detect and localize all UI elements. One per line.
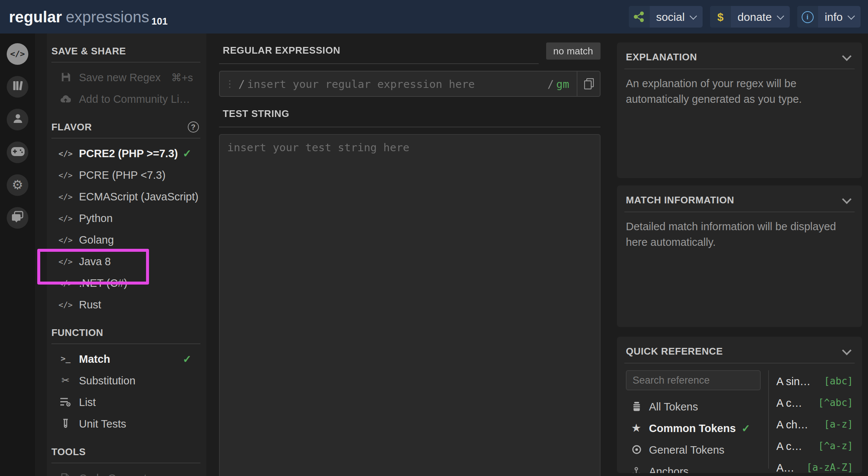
token-code: [a-z] xyxy=(824,419,853,430)
tools-title: TOOLS xyxy=(51,446,86,457)
donate-label: donate xyxy=(731,10,777,23)
brand-logo[interactable]: regular expressions 101 xyxy=(9,8,168,26)
donate-button[interactable]: $ donate xyxy=(710,6,790,28)
token-row[interactable]: A… [a-zA-Z] xyxy=(776,457,853,473)
tokens-icon xyxy=(630,402,642,411)
token-description: A sin… xyxy=(776,375,821,387)
flavor-item-pcre[interactable]: </> PCRE (PHP <7.3) xyxy=(51,164,200,185)
flavor-item-golang[interactable]: </> Golang xyxy=(51,229,200,250)
match-information-body: Detailed match information will be displ… xyxy=(626,219,853,250)
save-new-regex-item[interactable]: Save new Regex ⌘+s xyxy=(51,66,200,88)
flavor-item-dotnet[interactable]: </> .NET (C#) xyxy=(51,272,200,293)
flavor-label: ECMAScript (JavaScript) xyxy=(79,190,199,202)
top-nav: regular expressions 101 social $ donate xyxy=(0,0,868,34)
add-to-community-label: Add to Community Li… xyxy=(79,93,190,105)
divider xyxy=(624,212,855,212)
divider xyxy=(624,69,855,69)
explanation-body: An explanation of your regex will be aut… xyxy=(626,76,853,107)
test-string-input[interactable]: insert your test string here xyxy=(219,134,601,476)
regex-input[interactable]: ⋮ / insert your regular expression here … xyxy=(219,71,601,97)
flavor-label: Golang xyxy=(79,234,114,245)
code-icon: </> xyxy=(59,213,72,222)
flavor-item-python[interactable]: </> Python xyxy=(51,207,200,229)
anchor-icon xyxy=(630,467,642,473)
add-to-community-item[interactable]: Add to Community Li… xyxy=(51,88,200,110)
regex-placeholder: insert your regular expression here xyxy=(247,78,475,90)
match-information-header: MATCH INFORMATION xyxy=(626,193,853,212)
drag-handle-icon[interactable]: ⋮ xyxy=(220,78,236,89)
cloud-upload-icon xyxy=(59,95,72,103)
rail-library-button[interactable] xyxy=(7,76,28,98)
function-item-substitution[interactable]: ✂ Substitution xyxy=(51,369,200,391)
category-all-tokens[interactable]: All Tokens xyxy=(626,396,761,417)
reference-search-input[interactable] xyxy=(626,370,761,390)
flavor-label: .NET (C#) xyxy=(79,277,127,289)
rail-discord-button[interactable] xyxy=(7,142,28,163)
token-code: [^abc] xyxy=(818,397,853,408)
tools-item-code-generator[interactable]: Code Generator xyxy=(51,467,200,476)
circle-dot-icon xyxy=(630,445,642,454)
chevron-down-icon[interactable] xyxy=(842,194,851,203)
explanation-header: EXPLANATION xyxy=(626,50,853,69)
function-label: Unit Tests xyxy=(79,418,126,429)
function-item-list[interactable]: List xyxy=(51,391,200,413)
save-new-regex-label: Save new Regex xyxy=(79,71,161,83)
function-label: Substitution xyxy=(79,374,136,386)
icon-rail: </> xyxy=(0,34,35,476)
share-nodes-icon xyxy=(628,6,649,28)
terminal-icon: >_ xyxy=(59,354,72,364)
left-sidebar: SAVE & SHARE Save new Regex ⌘+s Add t xyxy=(47,34,206,476)
category-common-tokens[interactable]: ★ Common Tokens ✓ xyxy=(626,417,761,439)
flavor-label: PCRE (PHP <7.3) xyxy=(79,169,165,181)
user-icon xyxy=(12,112,23,127)
flavor-help-icon[interactable]: ? xyxy=(188,121,199,133)
rail-settings-button[interactable]: ⚙ xyxy=(7,174,28,196)
function-item-match[interactable]: >_ Match ✓ xyxy=(51,348,200,369)
token-code: [a-zA-Z] xyxy=(807,462,853,473)
token-row[interactable]: A c… [^abc] xyxy=(776,392,853,413)
category-label: All Tokens xyxy=(649,400,698,412)
token-row[interactable]: A ch… [a-z] xyxy=(776,413,853,435)
test-tube-icon xyxy=(59,418,72,429)
quick-reference-card: QUICK REFERENCE xyxy=(617,337,862,473)
gear-icon: ⚙ xyxy=(12,179,23,191)
flavor-item-rust[interactable]: </> Rust xyxy=(51,293,200,315)
function-item-unit-tests[interactable]: Unit Tests xyxy=(51,413,200,434)
flavor-item-pcre2[interactable]: </> PCRE2 (PHP >=7.3) ✓ xyxy=(51,142,200,164)
token-description: A c… xyxy=(776,397,815,409)
code-icon: </> xyxy=(59,235,72,244)
token-row[interactable]: A c… [^a-z] xyxy=(776,435,853,457)
brand-sub: 101 xyxy=(152,15,168,26)
save-share-title: SAVE & SHARE xyxy=(51,45,126,57)
library-icon xyxy=(12,79,23,94)
social-button[interactable]: social xyxy=(628,6,703,28)
copy-regex-button[interactable] xyxy=(577,72,600,96)
category-general-tokens[interactable]: General Tokens xyxy=(626,439,761,460)
category-anchors[interactable]: Anchors xyxy=(626,460,761,473)
tools-header: TOOLS xyxy=(51,446,200,463)
rail-account-button[interactable] xyxy=(7,109,28,130)
scissors-icon: ✂ xyxy=(59,375,72,386)
info-circle-icon: i xyxy=(797,6,818,28)
test-section-title: TEST STRING xyxy=(219,106,601,127)
token-description: A c… xyxy=(776,440,815,452)
match-information-card: MATCH INFORMATION Detailed match informa… xyxy=(617,185,862,327)
check-icon: ✓ xyxy=(183,353,191,365)
rail-regex-editor-button[interactable]: </> xyxy=(7,43,28,65)
code-icon: </> xyxy=(59,278,72,287)
rail-feedback-button[interactable] xyxy=(7,207,28,229)
code-icon: </> xyxy=(59,149,72,158)
flavor-label: Python xyxy=(79,212,113,224)
chevron-down-icon[interactable] xyxy=(842,51,851,60)
chevron-down-icon[interactable] xyxy=(842,345,851,355)
chevron-down-icon xyxy=(690,12,697,19)
info-button[interactable]: i info xyxy=(797,6,861,28)
flavor-item-ecmascript[interactable]: </> ECMAScript (JavaScript) xyxy=(51,185,200,207)
save-shortcut: ⌘+s xyxy=(171,71,193,83)
flavor-label: Rust xyxy=(79,298,101,310)
flavor-header: FLAVOR ? xyxy=(51,121,200,138)
flavor-item-java8[interactable]: </> Java 8 xyxy=(51,250,200,272)
token-row[interactable]: A sin… [abc] xyxy=(776,370,853,392)
save-share-header: SAVE & SHARE xyxy=(51,45,200,62)
regex-flags[interactable]: gm xyxy=(556,78,577,90)
